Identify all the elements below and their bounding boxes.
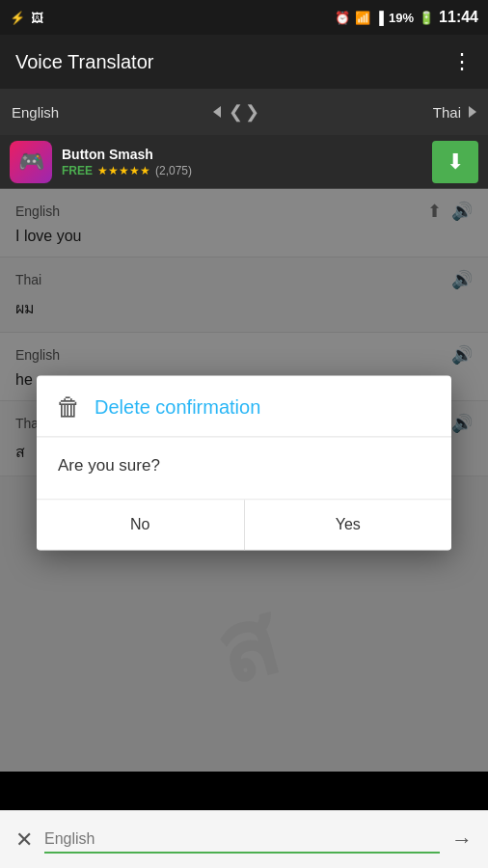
usb-icon: ⚡ bbox=[10, 11, 25, 25]
dialog-yes-button[interactable]: Yes bbox=[245, 500, 452, 550]
ad-download-button[interactable]: ⬇ bbox=[432, 141, 478, 183]
delete-confirmation-dialog: 🗑 Delete confirmation Are you sure? No Y… bbox=[37, 375, 451, 550]
dialog-button-row: No Yes bbox=[37, 499, 451, 550]
wifi-icon: 📶 bbox=[355, 11, 370, 25]
target-language-label[interactable]: Thai bbox=[267, 104, 461, 121]
app-title: Voice Translator bbox=[15, 51, 153, 73]
dialog-no-button[interactable]: No bbox=[37, 500, 245, 550]
ad-free-label: FREE bbox=[62, 164, 93, 177]
dialog-question-text: Are you sure? bbox=[58, 456, 160, 475]
source-lang-arrow-icon bbox=[213, 106, 221, 118]
overflow-menu-icon[interactable]: ⋮ bbox=[451, 49, 473, 74]
arrow-left-icon: ❮ bbox=[229, 101, 243, 122]
status-time: 11:44 bbox=[439, 9, 478, 26]
ad-app-icon: 🎮 bbox=[10, 141, 52, 183]
trash-icon: 🗑 bbox=[56, 393, 81, 422]
translation-input[interactable] bbox=[44, 827, 440, 854]
target-lang-arrow-icon bbox=[469, 106, 476, 118]
ad-banner[interactable]: 🎮 Button Smash FREE ★★★★★ (2,075) ⬇ bbox=[0, 135, 488, 189]
bottom-input-bar: ✕ → bbox=[0, 810, 488, 868]
signal-icon: ▐ bbox=[375, 11, 384, 25]
alarm-icon: ⏰ bbox=[335, 11, 350, 25]
dialog-title: Delete confirmation bbox=[95, 396, 260, 419]
status-icons-left: ⚡ 🖼 bbox=[10, 11, 43, 25]
status-bar: ⚡ 🖼 ⏰ 📶 ▐ 19% 🔋 11:44 bbox=[0, 0, 488, 35]
arrow-right-icon: ❯ bbox=[245, 101, 259, 122]
dialog-body: Are you sure? bbox=[37, 437, 451, 499]
go-arrow-icon[interactable]: → bbox=[451, 827, 473, 853]
image-icon: 🖼 bbox=[31, 11, 43, 25]
main-content-area: English ⬆ 🔊 I love you Thai 🔊 ผม English… bbox=[0, 189, 488, 772]
swap-language-button[interactable]: ❮ ❯ bbox=[229, 101, 259, 122]
download-icon: ⬇ bbox=[447, 149, 464, 175]
dialog-header: 🗑 Delete confirmation bbox=[37, 375, 451, 437]
language-selector-bar[interactable]: English ❮ ❯ Thai bbox=[0, 89, 488, 135]
battery-icon: 🔋 bbox=[419, 11, 434, 25]
source-language-label[interactable]: English bbox=[12, 104, 205, 121]
status-icons-right: ⏰ 📶 ▐ 19% 🔋 11:44 bbox=[335, 9, 478, 26]
ad-stars: ★★★★★ bbox=[97, 164, 150, 177]
app-bar: Voice Translator ⋮ bbox=[0, 35, 488, 89]
ad-info: Button Smash FREE ★★★★★ (2,075) bbox=[62, 147, 422, 177]
ad-meta-row: FREE ★★★★★ (2,075) bbox=[62, 164, 422, 177]
battery-percent: 19% bbox=[389, 11, 414, 25]
ad-app-title: Button Smash bbox=[62, 147, 422, 162]
ad-reviews: (2,075) bbox=[155, 164, 192, 177]
close-input-icon[interactable]: ✕ bbox=[15, 827, 33, 853]
